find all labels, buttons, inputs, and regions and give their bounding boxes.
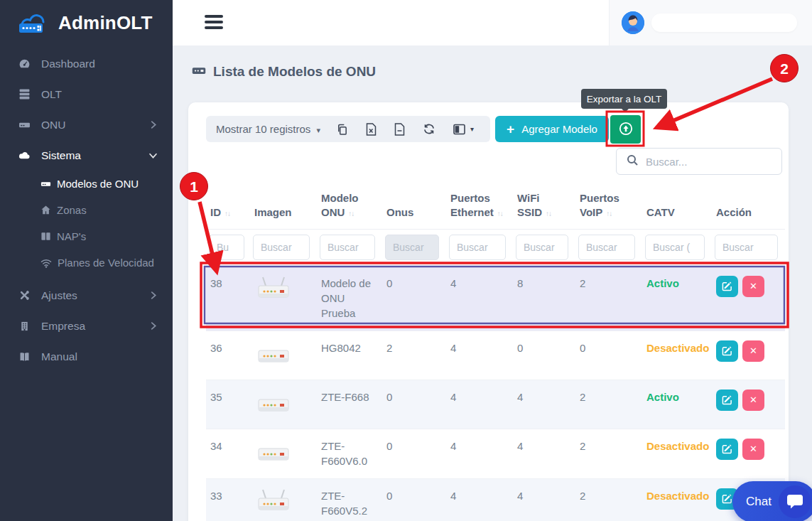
cell-image (250, 331, 317, 380)
avatar[interactable] (622, 11, 644, 34)
chat-label: Chat (746, 495, 772, 509)
column-filter-input[interactable] (320, 235, 375, 260)
sort-icon[interactable]: ↑↓ (348, 210, 354, 217)
export-to-olt-button[interactable] (610, 115, 641, 144)
sidebar-item-olt[interactable]: OLT (0, 79, 173, 109)
sidebar-item-label: Dashboard (41, 58, 95, 70)
cell-onus: 0 (382, 478, 446, 521)
cell-ethernet: 4 (446, 331, 513, 380)
file-icon[interactable] (394, 123, 405, 136)
plus-icon: + (507, 122, 514, 136)
sidebar-subitem-label: Planes de Velocidad (58, 257, 154, 269)
column-filter-input[interactable] (578, 235, 635, 260)
table-row[interactable]: 38 Modelo de ONU Prueba 0 4 8 2 Activo (206, 266, 785, 331)
column-header[interactable]: ID↑↓ (206, 188, 250, 229)
onu-image (254, 276, 293, 305)
column-filter-input[interactable] (715, 235, 778, 260)
cell-model: ZTE-F660V5.2 (317, 478, 382, 521)
table-header-row: ID↑↓ImagenModelo ONU↑↓OnusPuertos Ethern… (206, 188, 785, 229)
cloud-icon (17, 149, 31, 161)
cell-action: ✕ (712, 266, 785, 331)
tools-icon (17, 289, 31, 301)
add-model-label: Agregar Modelo (521, 123, 597, 135)
table-row[interactable]: 33 ZTE-F660V5.2 0 4 4 2 Desactivado (206, 478, 785, 521)
columns-icon[interactable]: ▾ (453, 124, 474, 135)
table-row[interactable]: 34 ZTE-F660V6.0 0 4 4 2 Desactivado (206, 429, 785, 478)
delete-button[interactable]: ✕ (742, 340, 764, 362)
search-input[interactable] (646, 156, 767, 168)
search-icon (627, 154, 639, 169)
delete-button[interactable]: ✕ (742, 439, 764, 460)
table-row[interactable]: 35 ZTE-F668 0 4 4 2 Activo (206, 380, 785, 429)
hamburger-menu-icon[interactable] (205, 15, 223, 32)
sidebar-item-ajustes[interactable]: Ajustes (0, 280, 173, 311)
sort-icon[interactable]: ↑↓ (497, 210, 503, 217)
column-header: Onus (382, 188, 446, 229)
edit-button[interactable] (716, 276, 738, 297)
chevron-right-icon (151, 289, 157, 302)
delete-button[interactable]: ✕ (742, 276, 764, 297)
column-filter-input[interactable] (516, 235, 568, 260)
column-header[interactable]: WiFi SSID↑↓ (513, 188, 575, 229)
sidebar-item-dashboard[interactable]: Dashboard (0, 48, 173, 79)
topbar (173, 0, 812, 45)
cell-model: ZTE-F668 (317, 380, 382, 429)
building-icon (17, 321, 31, 332)
table-row[interactable]: 36 HG8042 2 4 0 0 Desactivado (206, 331, 785, 380)
sidebar-subitem-naps[interactable]: NAP's (0, 223, 173, 249)
cell-voip: 2 (575, 380, 642, 429)
cell-model: ZTE-F660V6.0 (317, 429, 382, 478)
page-title-text: Lista de Modelos de ONU (213, 64, 376, 80)
sidebar-item-label: ONU (41, 119, 65, 131)
brand-logo[interactable]: AdminOLT (0, 0, 173, 45)
add-model-button[interactable]: + Agregar Modelo (495, 116, 609, 142)
copy-icon[interactable] (336, 123, 348, 136)
sidebar-item-sistema[interactable]: Sistema (0, 140, 173, 171)
cell-catv: Activo (642, 380, 712, 429)
sidebar-item-empresa[interactable]: Empresa (0, 311, 173, 341)
main-content: Lista de Modelos de ONU Mostrar 10 regis… (173, 45, 812, 521)
edit-button[interactable] (716, 340, 738, 362)
cell-id: 38 (206, 266, 250, 331)
column-header[interactable]: Modelo ONU↑↓ (317, 188, 382, 229)
cell-wifi: 0 (513, 331, 575, 380)
sidebar-item-manual[interactable]: Manual (0, 341, 173, 372)
edit-button[interactable] (716, 439, 738, 460)
export-tooltip-text: Exportar a la OLT (587, 94, 662, 104)
onu-table: ID↑↓ImagenModelo ONU↑↓OnusPuertos Ethern… (206, 188, 785, 521)
sidebar-item-label: Empresa (41, 320, 85, 333)
onu-image (254, 390, 293, 419)
sidebar-subitem-zonas[interactable]: Zonas (0, 197, 173, 223)
excel-icon[interactable] (366, 123, 377, 136)
sort-icon[interactable]: ↑↓ (224, 210, 230, 217)
chat-bubble-icon (779, 485, 811, 518)
sort-icon[interactable]: ↑↓ (546, 210, 551, 217)
upload-circle-icon (618, 121, 634, 139)
chat-widget-button[interactable]: Chat (732, 481, 812, 521)
column-filter-input[interactable] (253, 235, 310, 260)
cell-voip: 0 (575, 331, 642, 380)
show-entries-dropdown[interactable]: Mostrar 10 registros ▾ (216, 123, 320, 135)
column-filter-input[interactable] (385, 235, 439, 260)
column-header: Acción (712, 188, 785, 229)
sidebar-subitem-modelos-de-onu[interactable]: Modelos de ONU (0, 171, 173, 197)
cell-ethernet: 4 (446, 266, 513, 331)
column-filter-input[interactable] (209, 235, 244, 260)
column-filter-input[interactable] (645, 235, 705, 260)
book-icon (17, 351, 31, 362)
column-header[interactable]: Puertos VoIP↑↓ (575, 188, 642, 229)
sort-icon[interactable]: ↑↓ (606, 210, 612, 217)
gauge-icon (17, 58, 31, 70)
cell-id: 36 (206, 331, 250, 380)
sidebar-item-onu[interactable]: ONU (0, 109, 173, 140)
column-header[interactable]: Puertos Ethernet↑↓ (446, 188, 513, 229)
refresh-icon[interactable] (423, 123, 435, 135)
user-panel[interactable] (609, 0, 812, 45)
cell-action: ✕ (712, 380, 785, 429)
sidebar-subitem-planes-de-velocidad[interactable]: Planes de Velocidad (0, 249, 173, 276)
chevron-right-icon (151, 119, 157, 131)
column-filter-input[interactable] (449, 235, 506, 260)
edit-button[interactable] (716, 390, 738, 411)
delete-button[interactable]: ✕ (742, 390, 764, 411)
sidebar-item-label: OLT (41, 88, 62, 101)
